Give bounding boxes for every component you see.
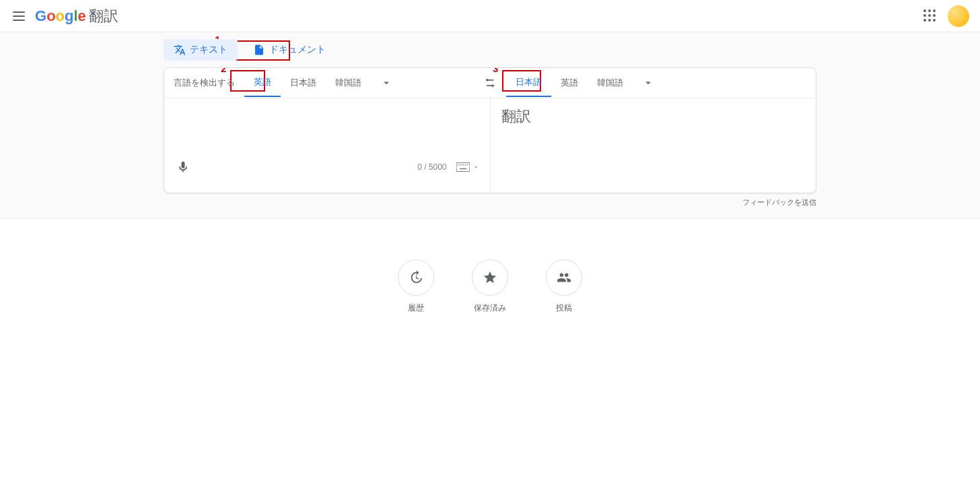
shortcut-row: 履歴 保存済み 投稿 (0, 259, 980, 314)
mode-row: テキスト ドキュメント (164, 39, 816, 61)
panels: 0 / 5000 翻訳 (164, 98, 816, 193)
google-wordmark: Google (35, 7, 86, 25)
app-name: 翻訳 (89, 6, 118, 26)
source-footer-right: 0 / 5000 (417, 159, 479, 175)
mode-text-label: テキスト (190, 44, 228, 56)
source-more-languages[interactable] (371, 77, 402, 89)
source-panel: 0 / 5000 (164, 98, 490, 193)
target-korean-tab[interactable]: 韓国語 (588, 69, 633, 97)
target-language-group: 日本語 英語 韓国語 (506, 68, 816, 98)
star-icon (472, 259, 508, 296)
translate-icon (174, 44, 186, 56)
send-feedback-link[interactable]: フィードバックを送信 (164, 193, 816, 207)
svg-rect-2 (460, 164, 461, 166)
document-icon (253, 44, 265, 56)
svg-rect-1 (458, 164, 459, 166)
character-count: 0 / 5000 (417, 162, 446, 172)
source-korean-tab[interactable]: 韓国語 (326, 69, 371, 97)
keyboard-icon (455, 159, 471, 175)
history-icon (398, 259, 434, 296)
source-footer: 0 / 5000 (175, 156, 479, 175)
header-left: Google 翻訳 (11, 6, 118, 26)
saved-shortcut[interactable]: 保存済み (472, 259, 508, 314)
target-more-languages[interactable] (633, 77, 664, 89)
caret-down-icon (473, 164, 479, 170)
google-translate-logo[interactable]: Google 翻訳 (35, 6, 118, 26)
source-language-group: 言語を検出する 英語 日本語 韓国語 (164, 68, 474, 98)
svg-rect-6 (460, 168, 466, 170)
source-detect-tab[interactable]: 言語を検出する (164, 69, 244, 97)
account-avatar[interactable] (948, 5, 969, 27)
chevron-down-icon (642, 77, 654, 89)
people-icon (546, 259, 582, 296)
translate-card: 2 3 言語を検出する 英語 日本語 韓国語 日本語 (164, 67, 816, 193)
history-shortcut[interactable]: 履歴 (398, 259, 434, 314)
mode-document-label: ドキュメント (269, 44, 326, 56)
source-text-input[interactable] (175, 106, 479, 154)
voice-input-button[interactable] (175, 159, 191, 175)
contribute-label: 投稿 (556, 302, 572, 314)
svg-rect-4 (464, 164, 466, 166)
main-container: 1 テキスト ドキュメント 2 3 言語を検出する 英語 日本語 (164, 39, 816, 207)
header-right (923, 5, 969, 27)
target-panel: 翻訳 (490, 98, 816, 193)
microphone-icon (176, 160, 190, 174)
keyboard-input-method[interactable] (455, 159, 479, 175)
source-japanese-tab[interactable]: 日本語 (281, 69, 326, 97)
mode-strip: 1 テキスト ドキュメント 2 3 言語を検出する 英語 日本語 (0, 32, 980, 219)
mode-text-button[interactable]: テキスト (164, 39, 238, 61)
translation-placeholder: 翻訳 (501, 106, 806, 127)
app-header: Google 翻訳 (0, 0, 980, 32)
chevron-down-icon (380, 77, 392, 89)
mode-document-button[interactable]: ドキュメント (243, 39, 336, 61)
saved-label: 保存済み (474, 302, 506, 314)
target-english-tab[interactable]: 英語 (551, 69, 588, 97)
source-english-tab[interactable]: 英語 (244, 68, 281, 98)
swap-icon (483, 76, 497, 90)
svg-rect-0 (456, 162, 470, 171)
svg-rect-5 (466, 164, 468, 166)
main-menu-button[interactable] (11, 8, 27, 24)
svg-rect-3 (462, 164, 464, 166)
history-label: 履歴 (408, 302, 424, 314)
google-apps-icon[interactable] (923, 9, 937, 23)
swap-languages-button[interactable] (474, 68, 506, 98)
contribute-shortcut[interactable]: 投稿 (546, 259, 582, 314)
language-bar: 言語を検出する 英語 日本語 韓国語 日本語 英語 韓国語 (164, 68, 816, 98)
target-japanese-tab[interactable]: 日本語 (506, 68, 551, 98)
